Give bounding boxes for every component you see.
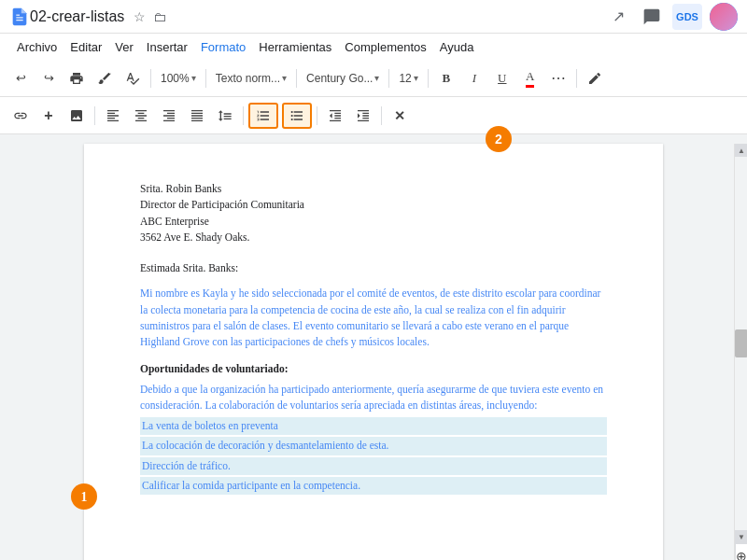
address-block: Srita. Robin Banks Director de Participa… — [140, 181, 607, 245]
title-right: ↗ GDS — [605, 3, 738, 31]
list-items: La venta de boletos en preventa La coloc… — [140, 417, 607, 495]
title-actions: ☆ 🗀 — [132, 7, 168, 26]
scroll-up-button[interactable]: ▲ — [735, 144, 747, 157]
undo-button[interactable]: ↩ — [7, 65, 34, 91]
italic-button[interactable]: I — [461, 65, 487, 91]
fmt-separator-4 — [381, 106, 382, 125]
chat-icon-button[interactable] — [639, 4, 665, 30]
bold-button[interactable]: B — [433, 65, 459, 91]
justify-button[interactable] — [184, 103, 210, 129]
meet-icon-button[interactable]: GDS — [672, 4, 702, 30]
text-color-button[interactable]: A — [517, 65, 543, 91]
scroll-down-button[interactable]: ▼ — [735, 530, 747, 543]
address-line-4: 3562 Ave E. Shady Oaks. — [140, 230, 607, 245]
insert-image-button[interactable] — [63, 103, 90, 129]
section-title: Oportunidades de voluntariado: — [140, 361, 607, 377]
intro-paragraph: Debido a que la organización ha particip… — [140, 382, 607, 414]
add-comment-button[interactable]: + — [35, 103, 62, 129]
zoom-arrow: ▾ — [191, 73, 196, 83]
list-item-2: La colocación de decoración y desmantela… — [140, 437, 607, 455]
document-page: Srita. Robin Banks Director de Participa… — [84, 144, 663, 560]
align-left-button[interactable] — [100, 103, 126, 129]
address-line-1: Srita. Robin Banks — [140, 181, 607, 197]
badge-2: 2 — [486, 126, 512, 152]
document-area: Srita. Robin Banks Director de Participa… — [0, 134, 747, 560]
separator-4 — [388, 69, 389, 88]
menu-bar: Archivo Editar Ver Insertar Formato Herr… — [0, 34, 747, 60]
menu-ver[interactable]: Ver — [109, 38, 139, 56]
align-right-button[interactable] — [156, 103, 182, 129]
font-dropdown[interactable]: Century Go... ▾ — [302, 65, 384, 91]
badge-1: 1 — [71, 483, 97, 510]
size-dropdown[interactable]: 12 ▾ — [394, 65, 422, 91]
paint-format-button[interactable] — [92, 65, 118, 91]
print-button[interactable] — [63, 65, 90, 91]
pen-tool-button[interactable] — [582, 65, 608, 91]
menu-editar[interactable]: Editar — [64, 38, 107, 56]
ordered-list-button[interactable] — [248, 103, 278, 129]
separator-1 — [150, 69, 151, 88]
main-toolbar: ↩ ↪ 100% ▾ Texto norm... ▾ Century Go...… — [0, 60, 747, 97]
increase-indent-button[interactable] — [350, 103, 376, 129]
fmt-separator-1 — [94, 106, 95, 125]
line-spacing-button[interactable] — [212, 103, 238, 129]
menu-archivo[interactable]: Archivo — [11, 38, 63, 56]
bullet-list-button[interactable] — [282, 103, 312, 129]
decrease-indent-button[interactable] — [322, 103, 348, 129]
fmt-separator-3 — [317, 106, 317, 125]
align-center-button[interactable] — [128, 103, 154, 129]
list-item-1: La venta de boletos en preventa — [140, 417, 607, 435]
more-options-button[interactable]: ⋯ — [545, 65, 571, 91]
google-docs-icon — [9, 7, 30, 27]
title-bar: 02-crear-listas ☆ 🗀 ↗ GDS — [0, 0, 747, 34]
scrollbar[interactable]: ▲ ▼ ⊕ — [734, 144, 747, 560]
separator-2 — [205, 69, 206, 88]
fmt-separator-2 — [243, 106, 244, 125]
underline-button[interactable]: U — [489, 65, 515, 91]
separator-6 — [576, 69, 577, 88]
style-dropdown[interactable]: Texto norm... ▾ — [211, 65, 291, 91]
list-item-4: Calificar la comida participante en la c… — [140, 477, 607, 495]
star-icon[interactable]: ☆ — [132, 7, 148, 26]
trend-icon-button[interactable]: ↗ — [605, 4, 631, 30]
menu-insertar[interactable]: Insertar — [141, 38, 193, 56]
redo-button[interactable]: ↪ — [35, 65, 62, 91]
expand-button[interactable]: ⊕ — [735, 543, 747, 560]
document-title[interactable]: 02-crear-listas — [30, 8, 124, 25]
separator-5 — [428, 69, 429, 88]
menu-herramientas[interactable]: Herramientas — [253, 38, 337, 56]
address-line-2: Director de Participación Comunitaria — [140, 197, 607, 213]
greeting: Estimada Srita. Banks: — [140, 260, 607, 276]
size-arrow: ▾ — [414, 73, 418, 83]
style-arrow: ▾ — [282, 73, 287, 83]
zoom-dropdown[interactable]: 100% ▾ — [156, 65, 201, 91]
separator-3 — [296, 69, 297, 88]
body-paragraph: Mi nombre es Kayla y he sido seleccionad… — [140, 286, 607, 350]
list-item-3: Dirección de tráfico. — [140, 457, 607, 475]
font-arrow: ▾ — [374, 73, 379, 83]
user-avatar[interactable] — [710, 3, 738, 31]
folder-icon[interactable]: 🗀 — [151, 7, 168, 26]
menu-complementos[interactable]: Complementos — [339, 38, 431, 56]
insert-link-button[interactable] — [7, 103, 34, 129]
address-line-3: ABC Enterprise — [140, 214, 607, 230]
formatting-toolbar: + ✕ 2 — [0, 97, 747, 134]
menu-formato[interactable]: Formato — [195, 38, 251, 56]
menu-ayuda[interactable]: Ayuda — [434, 38, 480, 56]
spell-check-button[interactable] — [120, 65, 146, 91]
clear-formatting-button[interactable]: ✕ — [387, 103, 413, 129]
scroll-thumb[interactable] — [735, 329, 747, 357]
